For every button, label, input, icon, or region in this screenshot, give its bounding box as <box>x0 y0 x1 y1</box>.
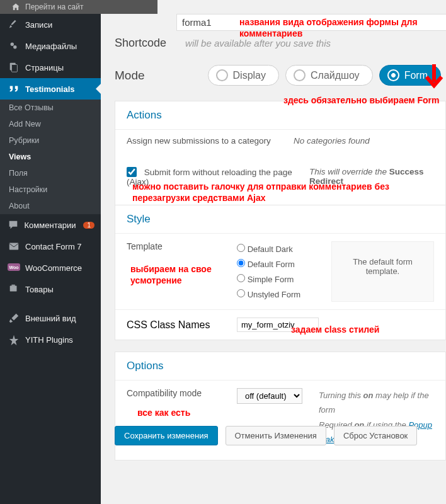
yith-icon <box>8 333 20 346</box>
mode-option-slideshow[interactable]: Слайдшоу <box>285 65 373 86</box>
css-class-input[interactable] <box>237 318 319 332</box>
admin-sidebar: Записи Медиафайлы Страницы Testimonials … <box>0 0 101 504</box>
compat-select[interactable]: off (default) <box>237 388 302 404</box>
sidebar-item-posts[interactable]: Записи <box>0 14 101 35</box>
mode-option-display[interactable]: Display <box>208 65 279 86</box>
sidebar-item-testimonials[interactable]: Testimonials <box>0 78 101 100</box>
pages-icon <box>8 61 20 74</box>
options-title: Options <box>115 352 445 381</box>
sidebar-sub-fields[interactable]: Поля <box>0 165 101 181</box>
svg-point-1 <box>13 45 16 49</box>
main-content: Shortcode will be available after you sa… <box>101 0 446 504</box>
sidebar-item-appearance[interactable]: Внешний вид <box>0 307 101 329</box>
sidebar-label: WooCommerce <box>25 263 82 273</box>
sidebar-item-media[interactable]: Медиафайлы <box>0 35 101 57</box>
compat-label: Compatibility mode <box>127 388 237 398</box>
comments-badge: 1 <box>83 222 94 229</box>
brush-icon <box>8 312 20 324</box>
quote-icon <box>8 83 20 95</box>
svg-rect-7 <box>10 286 17 292</box>
sidebar-label: Медиафайлы <box>25 42 77 51</box>
sidebar-sub-settings[interactable]: Настройки <box>0 181 101 198</box>
template-label: Template <box>127 241 237 302</box>
sidebar-label: Комментарии <box>25 220 76 230</box>
mode-label: Mode <box>115 69 145 83</box>
sidebar-label: Contact Form 7 <box>25 242 82 251</box>
topbar[interactable]: Перейти на сайт <box>0 0 157 14</box>
svg-text:Woo: Woo <box>9 265 18 270</box>
sidebar-submenu: Все Отзывы Add New Рубрики Views Поля На… <box>0 100 101 214</box>
cancel-button[interactable]: Отменить Изменения <box>226 426 326 445</box>
actions-title: Actions <box>115 101 445 130</box>
sidebar-sub-categories[interactable]: Рубрики <box>0 132 101 149</box>
assign-label: Assign new submissions to a category <box>127 136 294 146</box>
sidebar-sub-views[interactable]: Views <box>0 149 101 165</box>
sidebar-label: Записи <box>25 20 52 30</box>
mail-icon <box>8 240 20 253</box>
actions-box: Actions Assign new submissions to a cate… <box>115 101 446 220</box>
sidebar-label: Внешний вид <box>25 314 76 323</box>
template-opt-dark[interactable]: Default Dark <box>237 241 331 256</box>
template-desc: The default form template. <box>331 241 434 302</box>
style-box: Style Template Default Dark Default Form… <box>115 205 446 340</box>
template-opt-unstyled[interactable]: Unstyled Form <box>237 287 331 302</box>
template-opt-simple[interactable]: Simple Form <box>237 272 331 287</box>
shortcode-label: Shortcode <box>115 37 166 50</box>
css-label: CSS Class Names <box>127 319 237 331</box>
sidebar-item-cf7[interactable]: Contact Form 7 <box>0 236 101 257</box>
sidebar-label: Страницы <box>25 63 64 72</box>
sidebar-item-comments[interactable]: Комментарии 1 <box>0 214 101 236</box>
comment-icon <box>8 219 20 231</box>
sidebar-sub-addnew[interactable]: Add New <box>0 116 101 132</box>
shortcode-hint: will be available after you save this <box>185 38 331 49</box>
sidebar-label: Testimonials <box>25 84 75 94</box>
ajax-checkbox[interactable] <box>127 167 137 177</box>
pin-icon <box>8 18 20 31</box>
sidebar-sub-about[interactable]: About <box>0 198 101 214</box>
sidebar-label: YITH Plugins <box>25 335 73 345</box>
sidebar-item-products[interactable]: Товары <box>0 278 101 300</box>
topbar-label: Перейти на сайт <box>25 3 83 11</box>
media-icon <box>8 40 20 52</box>
sidebar-item-yith[interactable]: YITH Plugins <box>0 329 101 350</box>
save-button[interactable]: Сохранить изменения <box>115 426 218 445</box>
svg-point-0 <box>11 43 14 46</box>
assign-value: No categories found <box>294 136 434 146</box>
style-title: Style <box>115 205 445 234</box>
sidebar-item-woo[interactable]: Woo WooCommerce <box>0 257 101 278</box>
cart-icon <box>8 283 20 295</box>
sidebar-item-pages[interactable]: Страницы <box>0 57 101 78</box>
arrow-icon <box>423 63 445 94</box>
sidebar-label: Товары <box>25 285 54 294</box>
ajax-label: Submit form without reloading the page (… <box>127 168 292 186</box>
svg-rect-4 <box>9 243 18 250</box>
woo-icon: Woo <box>8 261 20 274</box>
home-icon <box>11 3 20 11</box>
template-opt-form[interactable]: Default Form <box>237 256 331 272</box>
sidebar-sub-all[interactable]: Все Отзывы <box>0 100 101 116</box>
svg-rect-3 <box>11 65 17 72</box>
reset-button[interactable]: Сброс Установок <box>334 426 417 445</box>
view-title-input[interactable] <box>176 14 446 31</box>
